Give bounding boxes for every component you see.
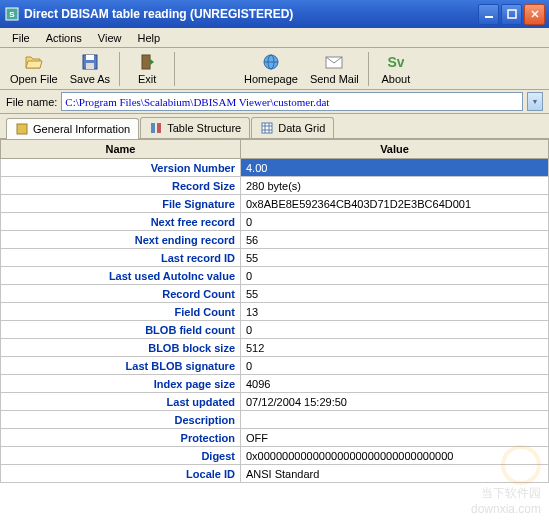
toolbar-label: Homepage <box>244 73 298 85</box>
table-row[interactable]: Last updated07/12/2004 15:29:50 <box>1 393 549 411</box>
exit-icon <box>137 52 157 72</box>
svg-rect-3 <box>508 10 516 18</box>
row-value: 0 <box>241 267 549 285</box>
about-icon: Sv <box>386 52 406 72</box>
table-row[interactable]: Locale IDANSI Standard <box>1 465 549 483</box>
row-value: 512 <box>241 339 549 357</box>
row-name: Next ending record <box>1 231 241 249</box>
save-icon <box>80 52 100 72</box>
toolbar-label: Open File <box>10 73 58 85</box>
svg-text:S: S <box>9 10 15 19</box>
table-row[interactable]: BLOB field count0 <box>1 321 549 339</box>
grid-icon <box>260 121 274 135</box>
menu-view[interactable]: View <box>90 30 130 46</box>
column-header-value[interactable]: Value <box>241 140 549 159</box>
row-name: Protection <box>1 429 241 447</box>
row-name: Last used AutoInc value <box>1 267 241 285</box>
close-button[interactable] <box>524 4 545 25</box>
table-row[interactable]: Next ending record56 <box>1 231 549 249</box>
row-value: 4096 <box>241 375 549 393</box>
row-name: BLOB field count <box>1 321 241 339</box>
table-row[interactable]: Version Number4.00 <box>1 159 549 177</box>
row-value: 55 <box>241 249 549 267</box>
send-mail-button[interactable]: Send Mail <box>304 50 365 87</box>
row-name: Description <box>1 411 241 429</box>
folder-open-icon <box>24 52 44 72</box>
table-row[interactable]: Last used AutoInc value0 <box>1 267 549 285</box>
table-row[interactable]: Field Count13 <box>1 303 549 321</box>
filename-input[interactable] <box>61 92 523 111</box>
row-value: 0x00000000000000000000000000000000 <box>241 447 549 465</box>
svg-rect-17 <box>157 123 161 133</box>
tab-table-structure[interactable]: Table Structure <box>140 117 250 138</box>
svg-rect-16 <box>151 123 155 133</box>
menu-actions[interactable]: Actions <box>38 30 90 46</box>
row-name: File Signature <box>1 195 241 213</box>
table-row[interactable]: Digest0x00000000000000000000000000000000 <box>1 447 549 465</box>
about-button[interactable]: Sv About <box>372 50 420 87</box>
menubar: File Actions View Help <box>0 28 549 48</box>
tab-label: Data Grid <box>278 122 325 134</box>
row-value: 280 byte(s) <box>241 177 549 195</box>
table-row[interactable]: ProtectionOFF <box>1 429 549 447</box>
row-name: Record Count <box>1 285 241 303</box>
window-title: Direct DBISAM table reading (UNREGISTERE… <box>24 7 478 21</box>
open-file-button[interactable]: Open File <box>4 50 64 87</box>
filename-dropdown-button[interactable]: ▼ <box>527 92 543 111</box>
row-value: 55 <box>241 285 549 303</box>
svg-text:Sv: Sv <box>388 54 404 70</box>
tab-general-information[interactable]: General Information <box>6 118 139 139</box>
app-icon: S <box>4 6 20 22</box>
row-value: 56 <box>241 231 549 249</box>
toolbar-separator <box>368 52 369 86</box>
content-area: Name Value Version Number4.00Record Size… <box>0 139 549 522</box>
globe-icon <box>261 52 281 72</box>
row-value: OFF <box>241 429 549 447</box>
toolbar-label: Save As <box>70 73 110 85</box>
toolbar-label: About <box>381 73 410 85</box>
row-name: Last updated <box>1 393 241 411</box>
table-row[interactable]: Record Count55 <box>1 285 549 303</box>
row-name: Next free record <box>1 213 241 231</box>
tab-label: General Information <box>33 123 130 135</box>
exit-button[interactable]: Exit <box>123 50 171 87</box>
row-name: Digest <box>1 447 241 465</box>
info-table: Name Value Version Number4.00Record Size… <box>0 139 549 483</box>
svg-rect-8 <box>86 63 94 69</box>
table-row[interactable]: Description <box>1 411 549 429</box>
row-value: 0 <box>241 321 549 339</box>
column-header-name[interactable]: Name <box>1 140 241 159</box>
table-row[interactable]: Record Size280 byte(s) <box>1 177 549 195</box>
row-value: 13 <box>241 303 549 321</box>
row-name: Last record ID <box>1 249 241 267</box>
toolbar-label: Send Mail <box>310 73 359 85</box>
menu-file[interactable]: File <box>4 30 38 46</box>
table-row[interactable]: Last record ID55 <box>1 249 549 267</box>
structure-icon <box>149 121 163 135</box>
toolbar: Open File Save As Exit Homepage Send Mai… <box>0 48 549 90</box>
toolbar-separator <box>119 52 120 86</box>
homepage-button[interactable]: Homepage <box>238 50 304 87</box>
table-row[interactable]: File Signature0x8ABE8E592364CB403D71D2E3… <box>1 195 549 213</box>
table-row[interactable]: Next free record0 <box>1 213 549 231</box>
row-name: Version Number <box>1 159 241 177</box>
save-as-button[interactable]: Save As <box>64 50 116 87</box>
tab-data-grid[interactable]: Data Grid <box>251 117 334 138</box>
toolbar-separator <box>174 52 175 86</box>
table-row[interactable]: Last BLOB signature0 <box>1 357 549 375</box>
table-row[interactable]: Index page size4096 <box>1 375 549 393</box>
row-name: Locale ID <box>1 465 241 483</box>
row-name: Record Size <box>1 177 241 195</box>
row-name: Field Count <box>1 303 241 321</box>
filename-bar: File name: ▼ <box>0 90 549 114</box>
row-value <box>241 411 549 429</box>
row-name: BLOB block size <box>1 339 241 357</box>
maximize-button[interactable] <box>501 4 522 25</box>
row-name: Last BLOB signature <box>1 357 241 375</box>
minimize-button[interactable] <box>478 4 499 25</box>
mail-icon <box>324 52 344 72</box>
table-row[interactable]: BLOB block size512 <box>1 339 549 357</box>
titlebar: S Direct DBISAM table reading (UNREGISTE… <box>0 0 549 28</box>
menu-help[interactable]: Help <box>129 30 168 46</box>
row-value: 4.00 <box>241 159 549 177</box>
